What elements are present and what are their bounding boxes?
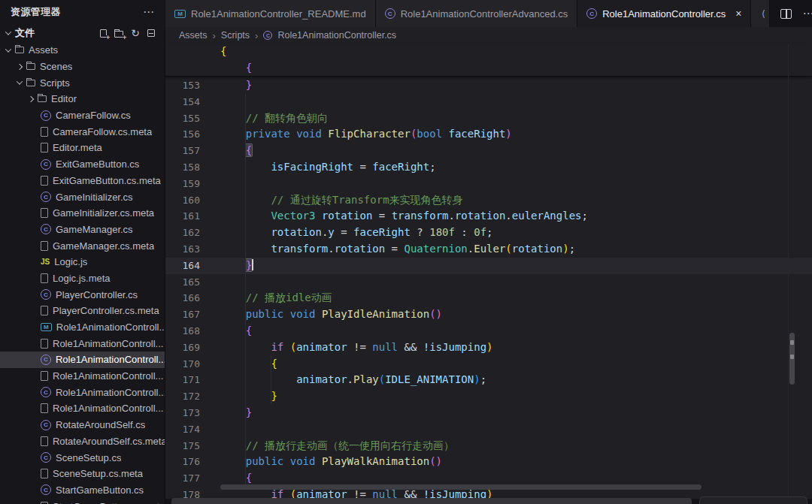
vertical-scrollbar[interactable] bbox=[789, 333, 795, 385]
tree-item[interactable]: Role1AnimationControll... bbox=[0, 335, 165, 352]
code-line[interactable]: { bbox=[165, 60, 812, 77]
line-number[interactable]: 171 bbox=[165, 372, 200, 388]
line-number[interactable]: 154 bbox=[165, 94, 200, 110]
line-number[interactable]: 159 bbox=[165, 176, 200, 192]
code-line[interactable]: 157 { bbox=[165, 143, 812, 159]
line-number[interactable]: 164 bbox=[165, 258, 200, 274]
tree-item[interactable]: RotateAroundSelf.cs bbox=[0, 417, 165, 433]
tree-item[interactable]: ExitGameButton.cs bbox=[0, 156, 165, 173]
tree-item[interactable]: CameraFollow.cs bbox=[0, 107, 165, 124]
line-number[interactable] bbox=[165, 44, 200, 60]
line-number[interactable]: 174 bbox=[165, 421, 200, 438]
line-number[interactable]: 157 bbox=[165, 143, 200, 159]
new-folder-icon[interactable] bbox=[114, 31, 123, 38]
code-line[interactable]: 163 transform.rotation = Quaternion.Eule… bbox=[165, 241, 812, 258]
code-line[interactable]: 165 bbox=[165, 274, 812, 291]
tree-item[interactable]: Logic.js.meta bbox=[0, 270, 165, 287]
editor-pane[interactable]: Assets›Scripts›Role1AnimationController.… bbox=[165, 27, 812, 499]
line-number[interactable]: 173 bbox=[165, 405, 200, 421]
code-line[interactable]: 153 } bbox=[165, 77, 812, 94]
tab[interactable]: Role1AnimationController_README.md bbox=[165, 0, 376, 27]
tree-item-selected[interactable]: Role1AnimationControll... bbox=[0, 352, 165, 368]
tree-item[interactable]: Assets bbox=[0, 42, 165, 59]
tree-item[interactable]: JSLogic.js bbox=[0, 254, 165, 270]
tree-item[interactable]: GameManager.cs bbox=[0, 222, 165, 238]
line-number[interactable]: 162 bbox=[165, 225, 200, 241]
tree-item[interactable]: SceneSetup.cs.meta bbox=[0, 466, 165, 482]
code-line[interactable]: 176 public void PlayWalkAnimation() bbox=[165, 454, 812, 470]
line-number[interactable]: 158 bbox=[165, 159, 200, 176]
code-line[interactable]: 174 bbox=[165, 421, 812, 438]
code-line[interactable]: 164 } bbox=[165, 258, 812, 274]
code-line[interactable]: 162 rotation.y = faceRight ? 180f : 0f; bbox=[165, 225, 812, 241]
code-line[interactable]: 167 public void PlayIdleAnimation() bbox=[165, 306, 812, 323]
line-number[interactable]: 175 bbox=[165, 438, 200, 454]
tree-item[interactable]: SceneSetup.cs bbox=[0, 449, 165, 466]
code-line[interactable]: 169 if (animator != null && !isJumping) bbox=[165, 340, 812, 356]
editor-code[interactable]: 153 }154155 // 翻转角色朝向156 private void Fl… bbox=[165, 77, 812, 499]
line-number[interactable]: 160 bbox=[165, 192, 200, 209]
tree-item[interactable]: Role1AnimationControll... bbox=[0, 384, 165, 400]
line-number[interactable]: 169 bbox=[165, 340, 200, 356]
tree-item[interactable]: GameInitializer.cs bbox=[0, 189, 165, 205]
code-line[interactable]: 166 // 播放idle动画 bbox=[165, 290, 812, 306]
breadcrumb-item[interactable]: Scripts bbox=[221, 30, 250, 41]
new-file-icon[interactable] bbox=[100, 29, 107, 38]
code-line[interactable]: 156 private void FlipCharacter(bool face… bbox=[165, 126, 812, 143]
breadcrumb-item[interactable]: Assets bbox=[179, 30, 208, 41]
line-number[interactable]: 168 bbox=[165, 323, 200, 340]
refresh-icon[interactable]: ↻ bbox=[131, 29, 140, 38]
line-number[interactable]: 176 bbox=[165, 454, 200, 470]
code-line[interactable]: 159 bbox=[165, 176, 812, 192]
tree-item[interactable]: Scenes bbox=[0, 59, 165, 75]
line-number[interactable]: 165 bbox=[165, 274, 200, 291]
line-number[interactable]: 178 bbox=[165, 487, 200, 499]
code-line[interactable]: 172 } bbox=[165, 388, 812, 405]
code-line[interactable]: 154 bbox=[165, 94, 812, 110]
code-line[interactable]: 171 animator.Play(IDLE_ANIMATION); bbox=[165, 372, 812, 388]
tab[interactable]: Role1AnimationControllerAdvanced.cs bbox=[376, 0, 578, 27]
code-line[interactable]: 158 isFacingRight = faceRight; bbox=[165, 159, 812, 176]
code-line[interactable]: 168 { bbox=[165, 323, 812, 340]
explorer-more-actions-icon[interactable]: ⋯ bbox=[143, 5, 155, 19]
close-icon[interactable]: × bbox=[735, 8, 741, 20]
tree-item[interactable]: RotateAroundSelf.cs.meta bbox=[0, 433, 165, 450]
tree-item[interactable]: Editor bbox=[0, 91, 165, 107]
horizontal-scrollbar[interactable] bbox=[220, 484, 701, 490]
tree-item[interactable]: Role1AnimationControll... bbox=[0, 368, 165, 385]
code-line[interactable]: 160 // 通过旋转Transform来实现角色转身 bbox=[165, 192, 812, 209]
tree-item[interactable]: GameInitializer.cs.meta bbox=[0, 205, 165, 222]
tree-item[interactable]: ExitGameButton.cs.meta bbox=[0, 173, 165, 189]
breadcrumb-file[interactable]: Role1AnimationController.cs bbox=[277, 30, 396, 41]
code-line[interactable]: 170 { bbox=[165, 356, 812, 373]
tree-item[interactable]: StartGameButton.cs.meta bbox=[0, 498, 165, 504]
tree-item[interactable]: PlayerController.cs.meta bbox=[0, 303, 165, 319]
code-line[interactable]: 161 Vector3 rotation = transform.rotatio… bbox=[165, 208, 812, 225]
tree-item[interactable]: Scripts bbox=[0, 74, 165, 91]
code-line[interactable]: 173 } bbox=[165, 405, 812, 421]
code-line[interactable]: 155 // 翻转角色朝向 bbox=[165, 110, 812, 127]
tree-item[interactable]: Role1AnimationControll... bbox=[0, 400, 165, 417]
line-number[interactable]: 155 bbox=[165, 110, 200, 127]
tab[interactable]: ( bbox=[751, 0, 770, 27]
tab-active[interactable]: Role1AnimationController.cs× bbox=[577, 0, 751, 27]
tree-item[interactable]: GameManager.cs.meta bbox=[0, 237, 165, 254]
more-actions-icon[interactable]: ⋯ bbox=[802, 7, 812, 20]
tree-item[interactable]: Editor.meta bbox=[0, 140, 165, 156]
tree-item[interactable]: PlayerController.cs bbox=[0, 286, 165, 303]
line-number[interactable] bbox=[165, 60, 200, 77]
line-number[interactable]: 172 bbox=[165, 388, 200, 405]
line-number[interactable]: 153 bbox=[165, 77, 200, 94]
collapse-all-icon[interactable] bbox=[147, 29, 155, 37]
line-number[interactable]: 161 bbox=[165, 208, 200, 225]
line-number[interactable]: 177 bbox=[165, 470, 200, 487]
line-number[interactable]: 170 bbox=[165, 356, 200, 373]
tree-item[interactable]: Role1AnimationControll... bbox=[0, 319, 165, 336]
split-editor-icon[interactable] bbox=[780, 9, 792, 19]
tree-item[interactable]: CameraFollow.cs.meta bbox=[0, 123, 165, 140]
code-line[interactable]: 175 // 播放行走动画（统一使用向右行走动画） bbox=[165, 438, 812, 454]
line-number[interactable]: 156 bbox=[165, 126, 200, 143]
line-number[interactable]: 167 bbox=[165, 306, 200, 323]
tree-item[interactable]: StartGameButton.cs bbox=[0, 482, 165, 499]
files-section-header[interactable]: 文件 ↻ bbox=[0, 24, 165, 42]
